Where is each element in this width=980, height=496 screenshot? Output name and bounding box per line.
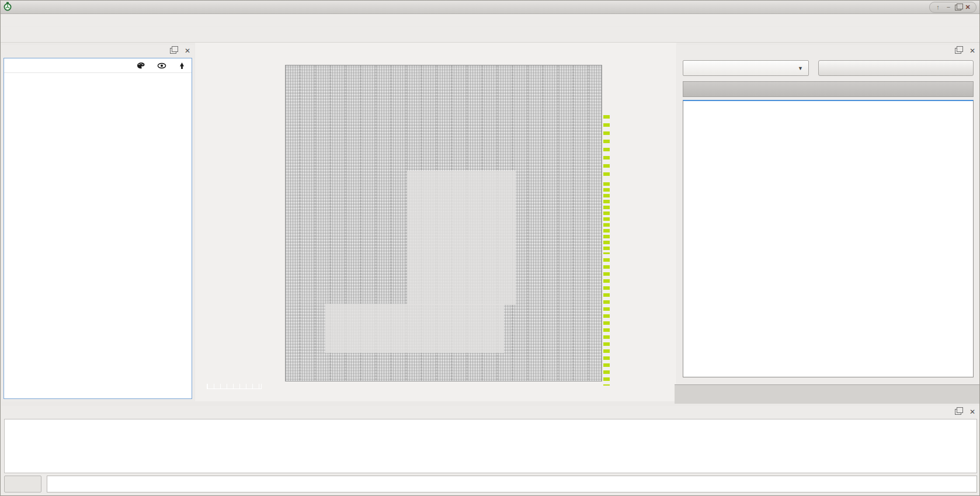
scripting-header: ✕ bbox=[2, 406, 979, 418]
palette-icon[interactable] bbox=[130, 62, 152, 70]
panel-close-icon[interactable]: ✕ bbox=[969, 408, 975, 415]
window-controls: ↑ − ✕ bbox=[929, 2, 976, 13]
clock-tree-viewer-header: ✕ bbox=[677, 45, 979, 57]
eye-icon[interactable] bbox=[152, 63, 172, 69]
scripting-log bbox=[4, 419, 977, 473]
tcl-command-input[interactable] bbox=[47, 476, 977, 492]
die-area[interactable] bbox=[285, 65, 602, 381]
bottom-pin-markers bbox=[286, 382, 602, 391]
display-control-header: ✕ bbox=[2, 45, 194, 57]
chevron-down-icon: ▼ bbox=[798, 65, 803, 71]
top-pin-markers bbox=[286, 56, 602, 65]
shade-button-icon[interactable]: ↑ bbox=[934, 3, 942, 12]
menu-bar bbox=[1, 14, 979, 26]
openroad-window: ↑ − ✕ ✕ bbox=[0, 0, 980, 496]
right-pin-markers bbox=[603, 258, 610, 386]
toolbar bbox=[1, 27, 979, 43]
maximize-button-icon[interactable] bbox=[955, 5, 961, 11]
update-button[interactable] bbox=[818, 60, 974, 76]
clock-name-bar bbox=[683, 81, 974, 97]
clock-select-dropdown[interactable]: ▼ bbox=[683, 60, 809, 76]
bottom-tab-bar bbox=[675, 384, 980, 404]
clock-tree-viewer-panel: ✕ ▼ bbox=[677, 45, 979, 404]
ruler-ticks bbox=[207, 384, 262, 389]
minimize-button-icon[interactable]: − bbox=[944, 3, 953, 12]
undock-icon[interactable] bbox=[955, 409, 961, 415]
scale-ruler bbox=[207, 376, 262, 389]
clock-tree-canvas[interactable] bbox=[683, 100, 974, 377]
display-control-panel: ✕ bbox=[2, 45, 194, 401]
scripting-panel: ✕ bbox=[2, 406, 979, 495]
status-button[interactable] bbox=[4, 476, 41, 492]
openroad-logo-icon bbox=[3, 2, 12, 13]
display-control-tree bbox=[4, 58, 192, 399]
panel-close-icon[interactable]: ✕ bbox=[969, 47, 975, 54]
close-button-icon[interactable]: ✕ bbox=[964, 3, 972, 12]
layout-viewer[interactable] bbox=[195, 43, 676, 401]
panel-close-icon[interactable]: ✕ bbox=[185, 47, 190, 54]
tree-column-header bbox=[4, 58, 192, 73]
title-bar: ↑ − ✕ bbox=[1, 1, 979, 14]
selectable-icon[interactable] bbox=[172, 62, 192, 70]
right-pin-markers bbox=[603, 115, 610, 178]
undock-icon[interactable] bbox=[955, 48, 961, 54]
nets-flylines-layer bbox=[286, 65, 602, 381]
right-pin-markers bbox=[603, 182, 610, 254]
undock-icon[interactable] bbox=[170, 48, 176, 54]
